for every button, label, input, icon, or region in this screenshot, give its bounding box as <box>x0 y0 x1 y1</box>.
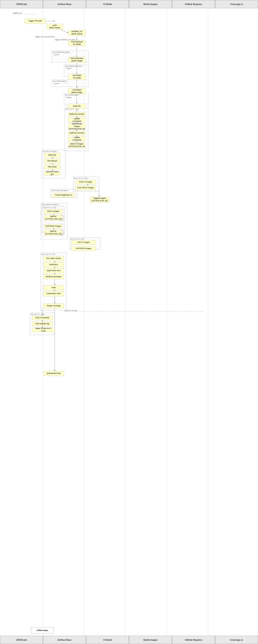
build-ci-images-box: Build CI Images[GITHUB_RUN_ID] <box>68 142 86 148</box>
trigger-pull-request-label: Trigger 'pull_request' event <box>35 36 55 38</box>
push-prod-images-box: Push PROD Images <box>75 186 96 190</box>
footer-bar: CRON job Airflow Repo CI Build Build Ima… <box>0 636 258 644</box>
header-col-airflow: Airflow Repo <box>43 0 86 8</box>
build-from-scratch-2-box: Build from scratch <box>68 131 86 135</box>
test-always-box: Test always! <box>44 159 60 163</box>
header-col-github: GitHub Registry <box>172 0 215 8</box>
footer-col-github: GitHub Registry <box>172 636 215 644</box>
run-static-checks-box: Run static checks <box>43 256 64 261</box>
pull-prod-images-loop-box: Pull PROD Images <box>44 224 62 228</box>
pull-ci-images-par-box: Pull CI Images <box>71 240 96 245</box>
find-failed-ci-box: Find failed[CI Build] <box>68 74 86 80</box>
helm-tests-box: Helm tests <box>44 165 60 169</box>
header-col-build: Build Images <box>129 0 172 8</box>
find-duplicate-ci-box: Find Duplicate[CI Build] <box>68 40 86 46</box>
spell-check-docs-box: Spell check docs <box>43 268 64 273</box>
pull-prod-images-par-box: Pull PROD Images <box>71 246 96 251</box>
upload-coverage-label: Upload Coverage <box>64 310 77 312</box>
quarantined-tests-box: Quarantined tests <box>43 371 64 376</box>
header-col-cron: CRON job <box>0 0 43 8</box>
push-constraints-box: Push Constraints <box>32 316 53 320</box>
footer-col-cron: CRON job <box>0 636 43 644</box>
build-info-2-box: Build info <box>44 153 60 158</box>
diagram-area: Nightly run Trigger 'pull_request' event… <box>0 8 258 636</box>
build-from-scratch-1-box: Build from scratch <box>68 112 86 116</box>
footer-col-airflow: Airflow Repo <box>43 636 86 644</box>
workflow-run-box: workflow_run[Write Token] <box>68 30 86 36</box>
status-check-ci-build-box: Status Check for CI Build <box>32 328 55 332</box>
pull-ci-images-loop-box: Pull CI Images <box>44 209 62 214</box>
merge-coverage-box: Merge Coverage <box>43 304 64 308</box>
build-info-box: Build info <box>68 104 86 109</box>
update-constraints-2-box: Update constraints <box>68 136 86 141</box>
push-ci-images-box: Push CI Images <box>75 180 96 184</box>
trigger-pr-build-box[interactable]: Trigger PR build <box>25 18 45 24</box>
build-docs-box: Build docs <box>43 262 64 267</box>
kubernetes-tests-box: Kubernetes Tests <box>43 291 64 296</box>
footer-col-ci: CI Build <box>86 636 129 644</box>
footer-col-coverage: Coverage.io <box>215 636 258 644</box>
airflow-repo-bottom-box: Airflow Repo <box>31 627 54 634</box>
tests-box: Tests <box>43 285 64 290</box>
find-failed-bi-box: Find failed[Build Image] <box>68 88 86 94</box>
backport-packages-box: Backport packages <box>43 274 64 279</box>
push-nightly-tag-box: Push Nightly Tag <box>32 322 53 326</box>
header-bar: CRON job Airflow Repo CI Build Build Ima… <box>0 0 258 8</box>
cancel-triggering-run-box: Cancel triggering run <box>52 193 75 197</box>
update-constraints-1-box: Update constraints <box>68 118 86 122</box>
tagged-images-box: Tagged images[GITHUB_RUN_ID] <box>90 197 109 202</box>
build-prod-images-box: Build PROD Images[GITHUB_RUN_ID] <box>68 124 86 130</box>
openapi-client-gen-box: OpenAPI client gen <box>44 171 60 176</box>
header-col-ci: CI Build <box>86 0 129 8</box>
par-368-main-frame: par [ 3.6, 3.7, 3.8 ] <box>41 253 66 311</box>
header-col-coverage: Coverage.io <box>215 0 258 8</box>
find-duplicates-bi-box: Find Duplicates[Build Image] <box>68 57 86 62</box>
opt-failed-ci-frame: opt [ Failed builds ] Cancel <box>52 80 89 87</box>
footer-col-build: Build Images <box>129 636 172 644</box>
push-write-token-box: push[Write Token] <box>46 24 63 30</box>
nightly-label: Nightly run <box>13 12 22 14</box>
